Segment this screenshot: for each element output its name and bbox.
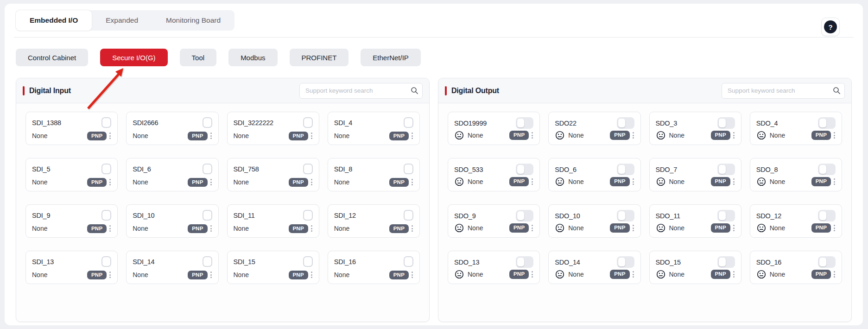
signal-toggle[interactable]: [516, 210, 533, 221]
signal-toggle[interactable]: [617, 256, 634, 268]
more-options-icon[interactable]: [109, 178, 111, 186]
signal-toggle[interactable]: [818, 210, 836, 221]
mode-badge[interactable]: PNP: [509, 223, 529, 233]
signal-toggle[interactable]: [717, 256, 735, 268]
signal-checkbox[interactable]: [101, 164, 111, 174]
more-options-icon[interactable]: [531, 224, 533, 232]
mode-badge[interactable]: PNP: [188, 224, 207, 234]
more-options-icon[interactable]: [210, 178, 212, 186]
category-button-secure-i-o-g[interactable]: Secure I/O(G): [100, 49, 167, 66]
signal-toggle[interactable]: [617, 117, 634, 129]
mode-badge[interactable]: PNP: [87, 271, 107, 280]
search-icon[interactable]: [833, 87, 841, 95]
mode-badge[interactable]: PNP: [289, 132, 308, 141]
signal-toggle[interactable]: [516, 164, 533, 175]
more-options-icon[interactable]: [632, 270, 634, 278]
mode-badge[interactable]: PNP: [811, 131, 831, 140]
signal-toggle[interactable]: [717, 210, 735, 221]
mode-badge[interactable]: PNP: [188, 132, 207, 141]
more-options-icon[interactable]: [109, 132, 111, 140]
more-options-icon[interactable]: [109, 224, 111, 233]
category-button-modbus[interactable]: Modbus: [228, 49, 277, 66]
mode-badge[interactable]: PNP: [289, 271, 308, 280]
more-options-icon[interactable]: [531, 131, 533, 139]
mode-badge[interactable]: PNP: [610, 131, 629, 140]
more-options-icon[interactable]: [632, 177, 634, 186]
signal-checkbox[interactable]: [303, 117, 313, 128]
signal-checkbox[interactable]: [203, 117, 212, 128]
mode-badge[interactable]: PNP: [389, 178, 409, 187]
more-options-icon[interactable]: [310, 271, 313, 279]
category-button-ethernet-ip[interactable]: EtherNet/IP: [361, 49, 421, 66]
signal-checkbox[interactable]: [303, 256, 313, 267]
tab-embedded-i-o[interactable]: Embedded I/O: [16, 10, 92, 31]
more-options-icon[interactable]: [210, 132, 212, 140]
more-options-icon[interactable]: [210, 271, 212, 279]
signal-checkbox[interactable]: [101, 256, 111, 267]
signal-checkbox[interactable]: [404, 210, 413, 221]
more-options-icon[interactable]: [733, 177, 735, 186]
more-options-icon[interactable]: [733, 131, 735, 139]
more-options-icon[interactable]: [833, 270, 836, 278]
mode-badge[interactable]: PNP: [509, 131, 529, 140]
mode-badge[interactable]: PNP: [389, 271, 409, 280]
mode-badge[interactable]: PNP: [711, 270, 730, 279]
mode-badge[interactable]: PNP: [289, 224, 308, 234]
category-button-control-cabinet[interactable]: Control Cabinet: [16, 49, 88, 66]
signal-checkbox[interactable]: [101, 210, 111, 221]
mode-badge[interactable]: PNP: [610, 177, 629, 186]
signal-checkbox[interactable]: [101, 117, 111, 128]
mode-badge[interactable]: PNP: [811, 270, 831, 279]
more-options-icon[interactable]: [310, 224, 313, 233]
mode-badge[interactable]: PNP: [87, 132, 107, 141]
tab-expanded[interactable]: Expanded: [92, 10, 152, 31]
search-icon[interactable]: [411, 87, 418, 95]
signal-toggle[interactable]: [818, 164, 836, 175]
signal-checkbox[interactable]: [303, 164, 313, 174]
more-options-icon[interactable]: [833, 131, 836, 139]
mode-badge[interactable]: PNP: [389, 132, 409, 141]
mode-badge[interactable]: PNP: [289, 178, 308, 187]
mode-badge[interactable]: PNP: [509, 270, 529, 279]
more-options-icon[interactable]: [210, 224, 212, 233]
signal-checkbox[interactable]: [404, 117, 413, 128]
signal-checkbox[interactable]: [404, 256, 413, 267]
mode-badge[interactable]: PNP: [188, 178, 207, 187]
more-options-icon[interactable]: [310, 178, 313, 186]
mode-badge[interactable]: PNP: [87, 178, 107, 187]
more-options-icon[interactable]: [833, 224, 836, 232]
mode-badge[interactable]: PNP: [509, 177, 529, 186]
tab-monitoring-board[interactable]: Monitoring Board: [152, 10, 234, 31]
more-options-icon[interactable]: [531, 177, 533, 186]
mode-badge[interactable]: PNP: [711, 223, 730, 233]
mode-badge[interactable]: PNP: [711, 131, 730, 140]
signal-toggle[interactable]: [717, 117, 735, 129]
more-options-icon[interactable]: [411, 132, 413, 140]
mode-badge[interactable]: PNP: [811, 223, 831, 233]
signal-checkbox[interactable]: [203, 256, 212, 267]
more-options-icon[interactable]: [632, 224, 634, 232]
more-options-icon[interactable]: [531, 270, 533, 278]
signal-toggle[interactable]: [516, 117, 533, 129]
signal-checkbox[interactable]: [303, 210, 313, 221]
search-input[interactable]: [722, 83, 845, 99]
mode-badge[interactable]: PNP: [711, 177, 730, 186]
signal-toggle[interactable]: [617, 210, 634, 221]
help-button[interactable]: ?: [821, 18, 840, 36]
category-button-tool[interactable]: Tool: [180, 49, 217, 66]
signal-toggle[interactable]: [516, 256, 533, 268]
signal-checkbox[interactable]: [203, 210, 212, 221]
signal-toggle[interactable]: [717, 164, 735, 175]
more-options-icon[interactable]: [411, 271, 413, 279]
more-options-icon[interactable]: [632, 131, 634, 139]
mode-badge[interactable]: PNP: [811, 177, 831, 186]
more-options-icon[interactable]: [411, 178, 413, 186]
more-options-icon[interactable]: [411, 224, 413, 233]
category-button-profinet[interactable]: PROFINET: [290, 49, 349, 66]
mode-badge[interactable]: PNP: [87, 224, 107, 234]
mode-badge[interactable]: PNP: [389, 224, 409, 234]
more-options-icon[interactable]: [733, 224, 735, 232]
search-input[interactable]: [299, 83, 423, 99]
more-options-icon[interactable]: [833, 177, 836, 186]
mode-badge[interactable]: PNP: [188, 271, 207, 280]
